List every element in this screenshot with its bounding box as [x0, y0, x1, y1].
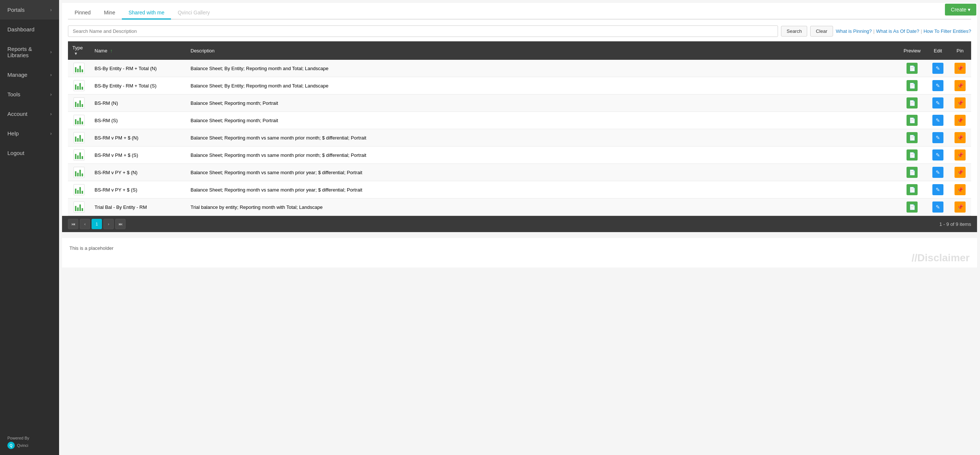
sidebar-item-account[interactable]: Account › — [0, 104, 59, 124]
create-button[interactable]: Create ▾ — [945, 4, 976, 16]
sidebar-item-portals[interactable]: Portals › — [0, 0, 59, 19]
pin-button[interactable]: 📌 — [955, 132, 966, 143]
report-type-icon — [73, 184, 84, 195]
pin-cell: 📌 — [949, 198, 971, 216]
bar-3 — [80, 118, 81, 124]
edit-button[interactable]: ✎ — [932, 132, 943, 143]
search-button[interactable]: Search — [781, 26, 807, 36]
preview-button[interactable]: 📄 — [907, 132, 918, 143]
name-cell: BS-By Entity - RM + Total (N) — [90, 60, 186, 77]
pin-cell: 📌 — [949, 60, 971, 77]
panel-inner: Search Clear What is Pinning? | What is … — [62, 19, 977, 216]
sidebar-item-logout[interactable]: Logout — [0, 143, 59, 163]
pin-button[interactable]: 📌 — [955, 115, 966, 126]
chevron-right-icon: › — [50, 7, 52, 13]
edit-cell: ✎ — [927, 77, 949, 95]
sidebar-item-tools[interactable]: Tools › — [0, 84, 59, 104]
chevron-right-icon: › — [50, 72, 52, 78]
edit-button[interactable]: ✎ — [932, 80, 943, 91]
pin-button[interactable]: 📌 — [955, 149, 966, 160]
pin-button[interactable]: 📌 — [955, 97, 966, 108]
edit-button[interactable]: ✎ — [932, 63, 943, 74]
name-cell: BS-RM (N) — [90, 95, 186, 112]
how-to-filter-link[interactable]: How To Filter Entities? — [923, 29, 971, 34]
bar-3 — [80, 152, 81, 159]
bar-1 — [75, 154, 76, 159]
edit-button[interactable]: ✎ — [932, 115, 943, 126]
chart-bars-icon — [75, 168, 83, 176]
preview-button[interactable]: 📄 — [907, 149, 918, 160]
pin-button[interactable]: 📌 — [955, 63, 966, 74]
bar-4 — [82, 173, 83, 176]
edit-button[interactable]: ✎ — [932, 184, 943, 195]
description-cell: Balance Sheet; Reporting month vs same m… — [186, 164, 897, 181]
main-content: Pinned Mine Shared with me Qvinci Galler… — [59, 0, 980, 455]
col-pin: Pin — [949, 41, 971, 60]
edit-button[interactable]: ✎ — [932, 201, 943, 212]
preview-button[interactable]: 📄 — [907, 115, 918, 126]
bar-1 — [75, 171, 76, 176]
clear-button[interactable]: Clear — [810, 26, 833, 36]
preview-cell: 📄 — [897, 164, 927, 181]
next-page-button[interactable]: › — [103, 219, 114, 229]
pin-button[interactable]: 📌 — [955, 201, 966, 212]
preview-button[interactable]: 📄 — [907, 63, 918, 74]
description-cell: Balance Sheet; Reporting month; Portrait — [186, 112, 897, 129]
edit-button[interactable]: ✎ — [932, 97, 943, 108]
sidebar-item-dashboard[interactable]: Dashboard — [0, 19, 59, 39]
pin-button[interactable]: 📌 — [955, 184, 966, 195]
pin-button[interactable]: 📌 — [955, 167, 966, 178]
type-cell — [68, 77, 90, 95]
prev-page-button[interactable]: ‹ — [80, 219, 90, 229]
bar-4 — [82, 121, 83, 124]
preview-button[interactable]: 📄 — [907, 97, 918, 108]
edit-button[interactable]: ✎ — [932, 149, 943, 160]
tab-pinned[interactable]: Pinned — [68, 6, 97, 19]
chevron-right-icon: › — [50, 49, 52, 55]
preview-button[interactable]: 📄 — [907, 167, 918, 178]
name-cell: BS-RM v PY + $ (N) — [90, 164, 186, 181]
search-input[interactable] — [68, 25, 778, 37]
edit-cell: ✎ — [927, 95, 949, 112]
sort-arrow-icon: ↑ — [110, 48, 113, 54]
chart-bars-icon — [75, 185, 83, 194]
bar-1 — [75, 206, 76, 211]
sidebar-item-label: Tools — [7, 91, 20, 97]
edit-button[interactable]: ✎ — [932, 167, 943, 178]
what-is-as-of-date-link[interactable]: What is As Of Date? — [876, 29, 919, 34]
pin-button[interactable]: 📌 — [955, 80, 966, 91]
sidebar-item-manage[interactable]: Manage › — [0, 65, 59, 84]
bar-1 — [75, 136, 76, 142]
preview-button[interactable]: 📄 — [907, 184, 918, 195]
what-is-pinning-link[interactable]: What is Pinning? — [836, 29, 872, 34]
col-edit: Edit — [927, 41, 949, 60]
sidebar-item-help[interactable]: Help › — [0, 124, 59, 143]
pin-cell: 📌 — [949, 95, 971, 112]
preview-button[interactable]: 📄 — [907, 80, 918, 91]
col-name[interactable]: Name ↑ — [90, 41, 186, 60]
pin-cell: 📌 — [949, 146, 971, 164]
sidebar-item-label: Dashboard — [7, 26, 34, 32]
bar-2 — [77, 173, 79, 176]
col-preview: Preview — [897, 41, 927, 60]
pin-cell: 📌 — [949, 164, 971, 181]
sidebar-item-label: Logout — [7, 150, 24, 156]
chart-bars-icon — [75, 203, 83, 211]
bar-2 — [77, 208, 79, 211]
page-1-button[interactable]: 1 — [92, 219, 102, 229]
edit-cell: ✎ — [927, 198, 949, 216]
report-type-icon — [73, 115, 84, 126]
sidebar-item-label: Account — [7, 111, 27, 117]
tab-mine[interactable]: Mine — [97, 6, 122, 19]
description-cell: Balance Sheet; Reporting month vs same m… — [186, 146, 897, 164]
preview-button[interactable]: 📄 — [907, 201, 918, 212]
description-cell: Balance Sheet; Reporting month; Portrait — [186, 95, 897, 112]
first-page-button[interactable]: ⏮ — [68, 219, 78, 229]
report-type-icon — [73, 97, 84, 108]
last-page-button[interactable]: ⏭ — [115, 219, 126, 229]
filter-icon[interactable]: ▼ — [74, 51, 78, 56]
sidebar-item-reports[interactable]: Reports & Libraries › — [0, 39, 59, 65]
tab-shared-with-me[interactable]: Shared with me — [122, 6, 171, 19]
bar-3 — [80, 135, 81, 142]
bar-3 — [80, 187, 81, 194]
